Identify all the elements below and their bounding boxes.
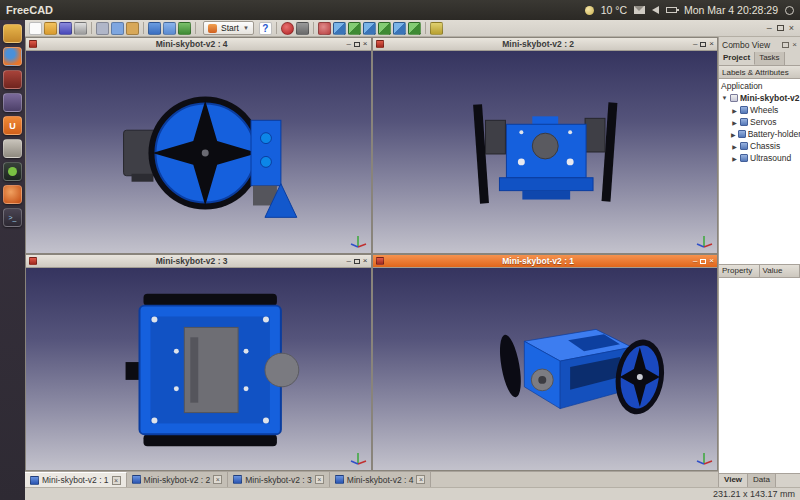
rear-view-icon[interactable] [393,22,406,35]
mdi-tab-1[interactable]: Mini-skybot-v2 : 1 × [25,472,127,487]
chevron-right-icon[interactable]: ▶ [731,107,738,114]
viewport-top[interactable] [26,268,371,470]
macro-execute-icon[interactable] [296,22,309,35]
close-icon[interactable]: × [709,257,714,265]
minimize-icon[interactable]: – [693,257,697,265]
window-titlebar[interactable]: Mini-skybot-v2 : 3 – × [26,255,371,268]
mdi-tab-4[interactable]: Mini-skybot-v2 : 4 × [330,472,432,487]
open-file-icon[interactable] [44,22,57,35]
right-view-icon[interactable] [378,22,391,35]
tree-item-ultrasound[interactable]: ▶ Ultrasound [719,152,800,164]
minimize-icon[interactable]: – [346,40,350,48]
maximize-icon[interactable] [354,42,360,47]
launcher-libreoffice-icon[interactable] [3,93,22,112]
weather-icon[interactable] [585,6,594,15]
document-icon [376,257,384,265]
viewport-front[interactable] [26,51,371,253]
sound-icon[interactable] [652,6,659,14]
front-view-icon[interactable] [348,22,361,35]
save-icon[interactable] [59,22,72,35]
new-file-icon[interactable] [29,22,42,35]
part-icon [740,154,748,162]
robot-rear-view-canvas[interactable] [373,51,718,253]
robot-top-view-canvas[interactable] [26,268,371,470]
redo-icon[interactable] [163,22,176,35]
tab-project[interactable]: Project [719,52,755,65]
launcher-rhythmbox-icon[interactable] [3,70,22,89]
launcher-videos-icon[interactable] [3,162,22,181]
viewport-rear[interactable] [373,51,718,253]
tree-item-battery-holder[interactable]: ▶ Battery-holder [719,128,800,140]
launcher-settings-icon[interactable] [3,139,22,158]
chevron-right-icon[interactable]: ▶ [731,119,738,126]
refresh-icon[interactable] [178,22,191,35]
top-view-icon[interactable] [363,22,376,35]
viewport-isometric[interactable] [373,268,718,470]
chevron-down-icon[interactable]: ▼ [721,95,728,101]
tree-item-chassis[interactable]: ▶ Chassis [719,140,800,152]
launcher-ubuntu-one-icon[interactable]: U [3,116,22,135]
bottom-view-icon[interactable] [408,22,421,35]
close-icon[interactable]: × [363,40,368,48]
close-icon[interactable]: × [112,476,121,485]
close-icon[interactable]: × [789,24,794,33]
whatsthis-icon[interactable]: ? [259,22,272,35]
window-titlebar[interactable]: Mini-skybot-v2 : 2 – × [373,38,718,51]
window-titlebar[interactable]: Mini-skybot-v2 : 4 – × [26,38,371,51]
tree-item-document[interactable]: ▼ Mini-skybot-v2 [719,92,800,104]
session-icon[interactable] [785,6,794,15]
property-column-header[interactable]: Property [719,265,760,278]
workbench-selector[interactable]: Start ▼ [203,21,254,35]
close-icon[interactable]: × [363,257,368,265]
tab-view[interactable]: View [719,474,748,487]
battery-icon[interactable] [666,7,677,13]
launcher-software-center-icon[interactable] [3,185,22,204]
close-icon[interactable]: × [416,475,425,484]
tree-item-application[interactable]: Application [719,80,800,92]
robot-front-view-canvas[interactable] [26,51,371,253]
combo-view-titlebar[interactable]: Combo View × [719,37,800,52]
macro-record-icon[interactable] [281,22,294,35]
chevron-right-icon[interactable]: ▶ [731,155,738,162]
launcher-files-icon[interactable] [3,24,22,43]
maximize-icon[interactable] [700,259,706,264]
restore-icon[interactable] [777,25,784,31]
minimize-icon[interactable]: – [693,40,697,48]
tab-data[interactable]: Data [748,474,776,487]
close-icon[interactable]: × [213,475,222,484]
minimize-icon[interactable]: – [346,257,350,265]
fit-all-icon[interactable] [318,22,331,35]
robot-isometric-view-canvas[interactable] [373,268,718,470]
value-column-header[interactable]: Value [760,265,800,278]
cut-icon[interactable] [96,22,109,35]
tree-item-servos[interactable]: ▶ Servos [719,116,800,128]
chevron-right-icon[interactable]: ▶ [731,143,738,150]
isometric-view-icon[interactable] [333,22,346,35]
print-icon[interactable] [74,22,87,35]
minimize-icon[interactable]: – [767,24,772,33]
chevron-right-icon[interactable]: ▶ [731,131,736,138]
maximize-icon[interactable] [354,259,360,264]
undo-icon[interactable] [148,22,161,35]
copy-icon[interactable] [111,22,124,35]
close-icon[interactable]: × [792,41,797,49]
close-icon[interactable]: × [315,475,324,484]
tab-tasks[interactable]: Tasks [755,52,784,65]
measure-distance-icon[interactable] [430,22,443,35]
window-titlebar[interactable]: Mini-skybot-v2 : 1 – × [373,255,718,268]
property-table-header: Property Value [719,265,800,278]
maximize-icon[interactable] [700,42,706,47]
messages-icon[interactable] [634,6,645,14]
clock-indicator[interactable]: Mon Mar 4 20:28:29 [684,4,778,16]
float-panel-icon[interactable] [782,42,789,48]
close-icon[interactable]: × [709,40,714,48]
paste-icon[interactable] [126,22,139,35]
mdi-tab-2[interactable]: Mini-skybot-v2 : 2 × [127,472,229,487]
launcher-terminal-icon[interactable]: >_ [3,208,22,227]
temperature-indicator[interactable]: 10 °C [601,4,627,16]
launcher-firefox-icon[interactable] [3,47,22,66]
property-table-body[interactable] [719,278,800,473]
tree-item-wheels[interactable]: ▶ Wheels [719,104,800,116]
dimension-readout: 231.21 x 143.17 mm [713,489,795,499]
mdi-tab-3[interactable]: Mini-skybot-v2 : 3 × [228,472,330,487]
